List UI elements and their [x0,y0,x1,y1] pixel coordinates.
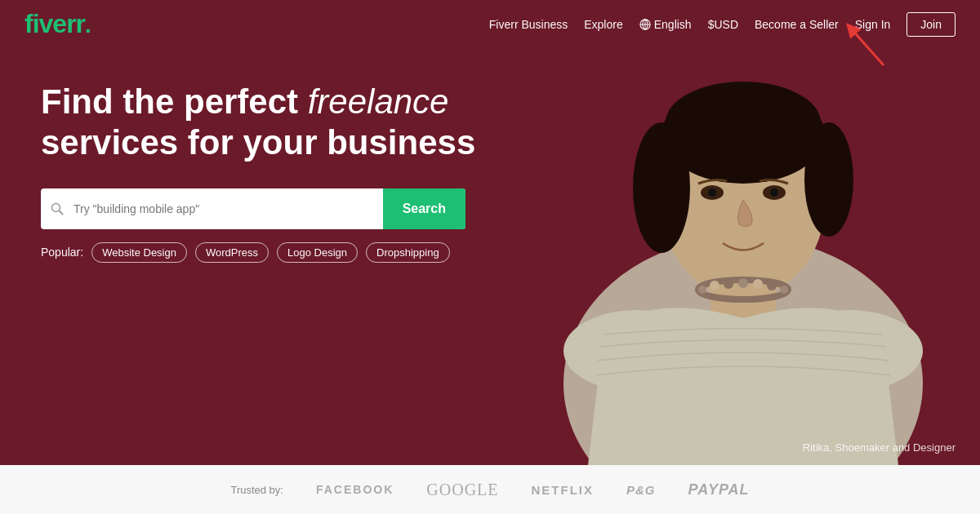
search-button[interactable]: Search [383,188,466,229]
svg-point-21 [710,281,719,290]
popular-row: Popular: Website Design WordPress Logo D… [41,242,498,263]
fiverr-logo[interactable]: fiverr. [24,11,91,38]
search-bar: Search [41,188,466,229]
svg-point-24 [753,279,763,289]
svg-line-28 [60,210,64,215]
svg-point-12 [666,82,821,163]
search-icon [51,202,64,215]
popular-tag-logo-design[interactable]: Logo Design [277,242,358,263]
globe-icon [639,19,651,30]
join-button[interactable]: Join [906,12,956,37]
nav-language[interactable]: English [639,18,692,31]
header: fiverr. Fiverr Business Explore English … [0,0,980,49]
hero-title-text1: Find the perfect [41,82,308,121]
person-caption: Ritika, Shoemaker and Designer [803,441,956,454]
person-image [539,41,947,465]
red-arrow-annotation [843,20,892,69]
hero-title-text2: services for your business [41,123,475,162]
hero-section: Find the perfect freelance services for … [0,0,980,465]
svg-point-16 [770,188,778,197]
brand-google: Google [426,481,498,499]
svg-point-15 [708,188,716,197]
nav-become-seller[interactable]: Become a Seller [755,18,839,31]
brand-netflix: NETFLIX [532,483,595,497]
svg-point-20 [698,286,706,294]
logo-text: fiverr [24,9,85,38]
popular-tag-website-design[interactable]: Website Design [91,242,187,263]
brand-facebook: FACEBOOK [316,483,394,496]
popular-label: Popular: [41,246,83,259]
popular-tag-dropshipping[interactable]: Dropshipping [366,242,450,263]
brand-paypal: PayPal [688,481,750,498]
hero-content: Find the perfect freelance services for … [41,82,498,263]
hero-title-italic: freelance [308,82,449,121]
logo-dot: . [85,12,91,38]
svg-point-22 [724,279,733,289]
nav-currency[interactable]: $USD [708,18,738,31]
nav-explore[interactable]: Explore [584,18,622,31]
trusted-bar: Trusted by: FACEBOOK Google NETFLIX P&G … [0,465,980,514]
svg-point-23 [738,278,748,288]
trusted-label: Trusted by: [230,484,283,496]
search-input[interactable] [74,202,383,215]
popular-tag-wordpress[interactable]: WordPress [195,242,269,263]
svg-point-26 [780,286,788,294]
svg-line-5 [851,29,884,65]
nav-fiverr-business[interactable]: Fiverr Business [489,18,568,31]
svg-point-25 [767,281,777,290]
svg-point-27 [52,203,60,211]
hero-title: Find the perfect freelance services for … [41,82,498,164]
language-label: English [654,18,692,31]
search-icon-wrap [41,202,74,215]
brand-pg: P&G [626,483,656,497]
